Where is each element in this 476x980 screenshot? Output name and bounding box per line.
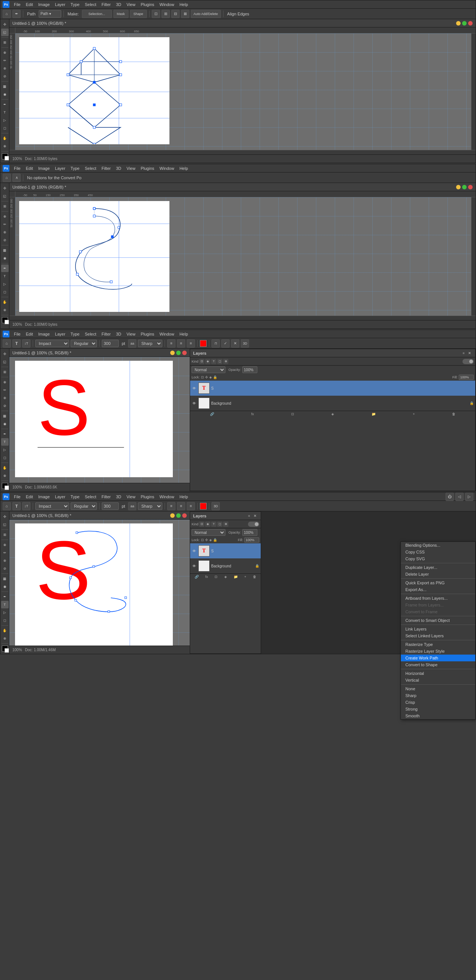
layers-new-btn-3[interactable]: + <box>413 412 415 416</box>
power-icon-4[interactable]: ⏻ <box>446 493 454 501</box>
scrollbar-v-2[interactable] <box>471 197 476 316</box>
menu-filter-3[interactable]: Filter <box>99 331 113 337</box>
type-tool-3[interactable]: T <box>1 438 9 445</box>
ctx-frame-layers-4[interactable]: Frame from Layers... <box>401 601 475 608</box>
move-tool-4[interactable]: ✣ <box>1 513 9 520</box>
ctx-strong-4[interactable]: Strong <box>401 706 475 713</box>
select-tool-3[interactable]: ◱ <box>1 358 9 366</box>
combine-icon-1[interactable]: ⊞ <box>162 10 170 18</box>
ctx-del-layer-4[interactable]: Delete Layer <box>401 571 475 578</box>
menu-help-1[interactable]: Help <box>177 2 191 8</box>
layers-group-btn-3[interactable]: 📁 <box>372 412 376 416</box>
layers-link-btn-3[interactable]: 🔗 <box>210 412 214 416</box>
menu-layer-2[interactable]: Layer <box>53 165 68 171</box>
menu-plugins-1[interactable]: Plugins <box>138 2 156 8</box>
filter-shape-3[interactable]: ◻ <box>217 359 223 364</box>
menu-file-3[interactable]: File <box>12 331 23 337</box>
doc-minimize-4[interactable] <box>170 513 175 518</box>
blur-tool-1[interactable]: ◉ <box>1 91 9 98</box>
layer-bg-eye-4[interactable]: 👁 <box>192 563 197 568</box>
menu-filter-1[interactable]: Filter <box>99 2 113 8</box>
brush-tool-1[interactable]: ✏ <box>1 57 9 64</box>
blend-mode-3[interactable]: Normal <box>192 366 225 373</box>
shape-tool-2[interactable]: ◻ <box>1 288 9 296</box>
menu-file-2[interactable]: File <box>12 165 23 171</box>
subtract-icon-1[interactable]: ⊟ <box>171 10 180 18</box>
ctx-smart-obj-4[interactable]: Convert to Smart Object <box>401 617 475 624</box>
menu-select-2[interactable]: Select <box>83 165 99 171</box>
crop-tool-4[interactable]: ⊞ <box>1 531 9 538</box>
orient-btn-4[interactable]: ↕T <box>22 502 30 510</box>
3d-btn-4[interactable]: 3D <box>212 502 220 510</box>
type-btn-3[interactable]: T <box>13 339 21 348</box>
pen-tool-1[interactable]: ✒ <box>13 10 21 18</box>
ctx-blending-4[interactable]: Blending Options... <box>401 542 475 549</box>
ctx-horizontal-4[interactable]: Horizontal <box>401 670 475 677</box>
doc-minimize-1[interactable] <box>456 21 461 25</box>
brush-tool-3[interactable]: ✏ <box>1 386 9 394</box>
fg-bg-swatch-3[interactable] <box>2 483 8 489</box>
color-swatch-3[interactable] <box>200 340 207 347</box>
path-select-tool-2[interactable]: ▷ <box>1 280 9 288</box>
type-tool-4[interactable]: T <box>1 601 9 608</box>
filter-smart-4[interactable]: ⊕ <box>223 522 228 527</box>
layers-fx-btn-4[interactable]: fx <box>205 575 208 579</box>
ctx-copy-svg-4[interactable]: Copy SVG <box>401 555 475 562</box>
ctx-link-layers-4[interactable]: Link Layers <box>401 626 475 632</box>
menu-view-3[interactable]: View <box>124 331 138 337</box>
doc-close-3[interactable] <box>182 351 187 355</box>
doc-close-2[interactable] <box>468 185 473 189</box>
align-left-3[interactable]: ≡ <box>167 339 175 348</box>
doc-maximize-3[interactable] <box>176 351 181 355</box>
layers-menu-btn-3[interactable]: ≡ <box>461 351 466 356</box>
scrollbar-v-1[interactable] <box>471 33 476 150</box>
filter-toggle-4[interactable] <box>248 522 259 527</box>
check-btn-3[interactable]: ✓ <box>221 339 229 348</box>
layers-mask-btn-3[interactable]: ⊡ <box>291 412 294 416</box>
font-size-4[interactable] <box>102 503 119 510</box>
zoom-tool-3[interactable]: ⊕ <box>1 472 9 479</box>
canvas-bg-3[interactable]: S <box>10 357 190 483</box>
ctx-export-as-4[interactable]: Export As... <box>401 586 475 593</box>
type-tool-1[interactable]: T <box>1 108 9 116</box>
lock-move-3[interactable]: ✣ <box>205 375 208 379</box>
scrollbar-h-2[interactable] <box>10 316 476 320</box>
menu-window-1[interactable]: Window <box>158 2 177 8</box>
ctx-convert-shape-4[interactable]: Convert to Shape <box>401 661 475 668</box>
color-swatch-4[interactable] <box>200 503 207 509</box>
spot-heal-1[interactable]: ⊕ <box>1 49 9 56</box>
gradient-tool-2[interactable]: ▦ <box>1 247 9 254</box>
anti-alias-3[interactable]: Sharp <box>138 340 162 347</box>
select-tool-4[interactable]: ◱ <box>1 521 9 528</box>
selection-btn-1[interactable]: Selection... <box>82 10 112 18</box>
mask-btn-1[interactable]: Mask <box>113 10 129 18</box>
sharp-btn-3[interactable]: aa <box>128 339 136 348</box>
blur-tool-4[interactable]: ◉ <box>1 583 9 590</box>
eraser-tool-3[interactable]: ⊘ <box>1 402 9 410</box>
doc-close-4[interactable] <box>182 513 187 518</box>
font-style-3[interactable]: Regular <box>71 340 97 347</box>
home-icon-4[interactable]: ⌂ <box>3 502 11 510</box>
menu-window-2[interactable]: Window <box>158 165 177 171</box>
path-select-tool-4[interactable]: ▷ <box>1 609 9 616</box>
pen-path-tool-2[interactable]: ✒ <box>1 264 9 272</box>
menu-type-4[interactable]: Type <box>68 494 82 500</box>
menu-edit-4[interactable]: Edit <box>24 494 35 500</box>
menu-type-1[interactable]: Type <box>68 2 82 8</box>
extra-icon-4b[interactable]: ▷ <box>465 493 473 501</box>
shape-tool-1[interactable]: ◻ <box>1 124 9 132</box>
ctx-sel-linked-4[interactable]: Select Linked Layers <box>401 632 475 639</box>
filter-smart-3[interactable]: ⊕ <box>223 359 228 364</box>
select-tool-1[interactable]: ◱ <box>1 29 9 36</box>
pen-path-tool-3[interactable]: ✒ <box>1 430 9 438</box>
ctx-create-path-4[interactable]: Create Work Path <box>401 655 475 661</box>
menu-image-4[interactable]: Image <box>36 494 52 500</box>
menu-help-2[interactable]: Help <box>177 165 191 171</box>
ctx-smooth-4[interactable]: Smooth <box>401 713 475 719</box>
spot-heal-4[interactable]: ⊕ <box>1 541 9 549</box>
convert-tool-2[interactable]: ∧ <box>13 173 21 182</box>
spot-heal-2[interactable]: ⊕ <box>1 213 9 220</box>
blend-mode-4[interactable]: Normal <box>192 529 225 536</box>
filter-toggle-3[interactable] <box>462 359 474 364</box>
menu-filter-2[interactable]: Filter <box>99 165 113 171</box>
